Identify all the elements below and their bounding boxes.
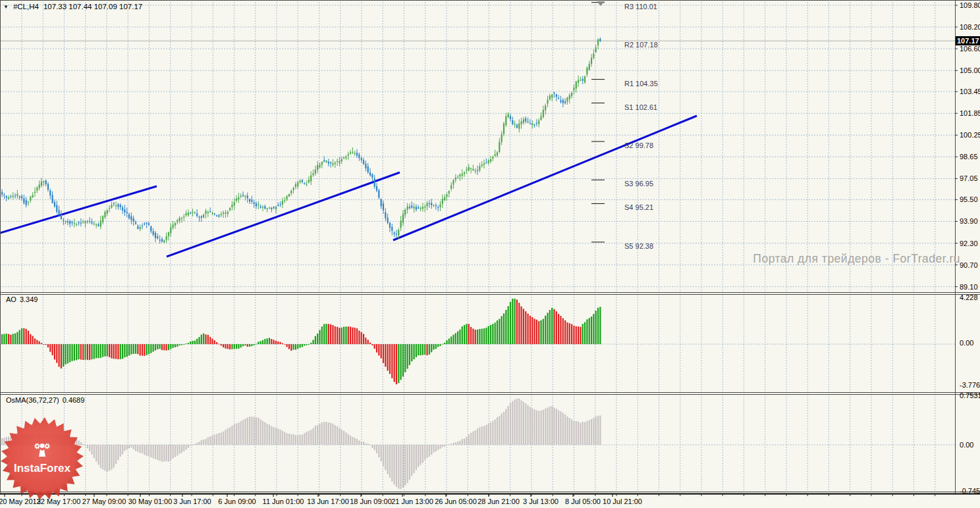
ao-indicator-label: AO3.349: [6, 295, 38, 303]
candle-body: [69, 221, 70, 224]
candle-body: [135, 222, 136, 224]
osma-histogram-bar: [422, 445, 423, 463]
osma-histogram-bar: [3, 438, 5, 445]
osma-histogram-bar: [363, 442, 364, 445]
ao-histogram-bar: [194, 341, 196, 344]
osma-histogram-bar: [481, 426, 483, 445]
ao-histogram-bar: [170, 344, 171, 349]
time-axis-label: 8 Jul 05:00: [565, 497, 601, 505]
ao-histogram-bar: [420, 344, 421, 355]
ao-histogram-bar: [444, 343, 445, 344]
ao-histogram-bar: [117, 344, 119, 359]
candle-body: [13, 195, 14, 197]
osma-histogram-bar: [514, 399, 516, 445]
candle-body: [490, 159, 491, 162]
ao-histogram-bar: [462, 326, 463, 344]
osma-histogram-bar: [273, 427, 275, 445]
ao-histogram-bar: [310, 343, 312, 344]
osma-histogram-bar: [94, 445, 95, 458]
price-axis-label: 98.65: [960, 153, 978, 161]
candle-body: [404, 210, 406, 215]
ao-histogram-bar: [582, 324, 584, 344]
ao-histogram-bar: [343, 326, 344, 344]
osma-histogram-bar: [599, 415, 601, 445]
ao-histogram-bar: [328, 324, 329, 344]
candle-body: [584, 76, 585, 82]
osma-histogram-bar: [91, 445, 92, 455]
ao-histogram-bar: [216, 342, 217, 344]
candle-body: [144, 224, 145, 224]
candle-body: [275, 207, 277, 209]
price-axis-label: 95.50: [960, 195, 978, 203]
ao-histogram-bar: [418, 344, 419, 355]
osma-histogram-bar: [536, 411, 537, 445]
ao-histogram-bar: [159, 344, 161, 349]
price-axis-label: 106.60: [960, 45, 980, 53]
candle-body: [100, 220, 101, 226]
candle-body: [317, 165, 318, 170]
ao-histogram-bar: [402, 344, 404, 376]
ao-histogram-bar: [113, 344, 115, 359]
ao-histogram-bar: [576, 326, 577, 344]
candle-body: [234, 202, 235, 206]
ao-histogram-bar: [551, 308, 553, 344]
osma-histogram-bar: [225, 430, 226, 445]
candle-body: [597, 39, 599, 45]
candle-body: [306, 184, 307, 185]
ao-histogram-bar: [76, 344, 77, 360]
time-axis-label: 13 Jun 17:00: [307, 497, 349, 505]
candle-body: [538, 120, 539, 124]
time-axis-label: 22 May 17:00: [37, 497, 81, 505]
osma-histogram-bar: [203, 440, 204, 445]
candle-body: [450, 186, 452, 189]
candle-body: [433, 205, 434, 205]
ao-histogram-bar: [315, 336, 316, 344]
candle-body: [462, 174, 463, 176]
osma-histogram-bar: [330, 423, 331, 445]
ao-histogram-bar: [586, 319, 587, 344]
candle-body: [396, 234, 397, 235]
candle-body: [94, 224, 95, 224]
osma-histogram-bar: [260, 419, 261, 445]
time-axis-label: 6 Jun 09:00: [218, 497, 256, 505]
osma-histogram-bar: [586, 421, 587, 445]
osma-histogram-bar: [126, 445, 128, 449]
osma-histogram-bar: [533, 409, 535, 445]
ao-histogram-bar: [269, 338, 270, 344]
chevron-down-icon[interactable]: ▼: [3, 4, 9, 10]
ao-histogram-bar: [376, 344, 377, 353]
candle-body: [332, 163, 333, 165]
ao-histogram-bar: [319, 330, 320, 344]
candle-body: [413, 207, 414, 209]
ao-histogram-bar: [94, 344, 95, 359]
osma-histogram-bar: [381, 445, 382, 461]
ao-histogram-bar: [308, 344, 310, 345]
osma-histogram-bar: [449, 444, 450, 445]
ao-histogram-bar: [234, 344, 235, 349]
candle-body: [260, 207, 261, 208]
osma-histogram-bar: [462, 439, 463, 445]
osma-histogram-bar: [470, 433, 472, 445]
ohlc-quotes-label: 107.33 107.44 107.09 107.17: [43, 3, 142, 11]
ao-histogram-bar: [254, 344, 255, 345]
osma-histogram-bar: [115, 445, 117, 464]
candle-body: [527, 122, 528, 122]
candle-body: [356, 153, 358, 155]
ao-histogram-bar: [16, 332, 18, 344]
ao-histogram-bar: [221, 344, 222, 345]
osma-histogram-bar: [530, 407, 531, 445]
ao-histogram-bar: [236, 344, 237, 349]
osma-histogram-bar: [337, 426, 338, 445]
osma-histogram-bar: [420, 445, 421, 465]
candle-body: [497, 152, 498, 155]
candle-body: [188, 213, 189, 215]
candle-body: [54, 202, 55, 207]
pivot-label-S1: S1 102.61: [624, 103, 657, 111]
candle-body: [282, 201, 283, 205]
osma-histogram-bar: [89, 445, 90, 451]
osma-histogram-bar: [168, 445, 169, 462]
osma-histogram-bar: [556, 409, 557, 445]
candle-body: [214, 214, 215, 215]
time-axis-label: 3 Jul 13:00: [523, 497, 558, 505]
ao-histogram-bar: [109, 344, 110, 357]
